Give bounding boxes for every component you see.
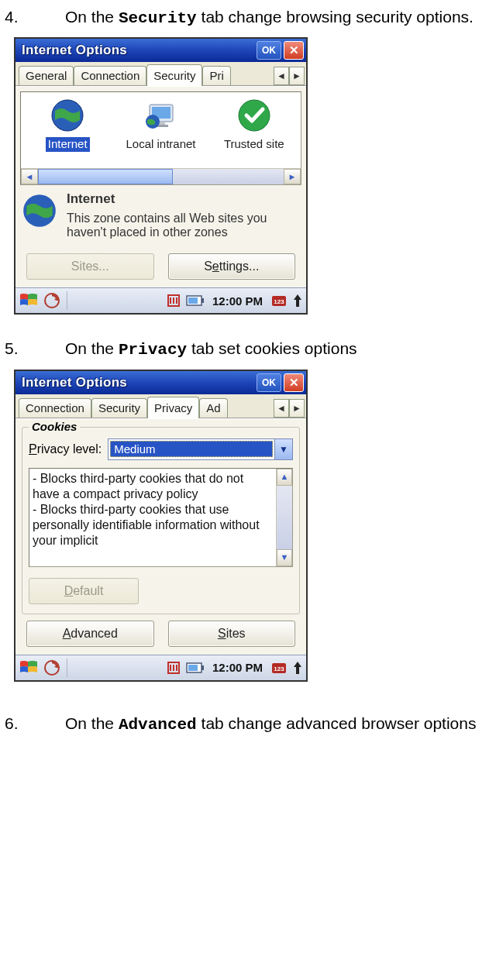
scroll-down-icon[interactable]: ▼ [277,549,292,566]
step-4-post: tab change browsing security options. [197,8,474,26]
tab-scroll-right[interactable]: ► [289,67,305,85]
svg-rect-27 [188,665,198,671]
start-flag-icon[interactable] [19,659,39,676]
arrow-up-icon[interactable] [292,660,303,676]
tab-security[interactable]: Security [91,398,147,418]
cookies-title: Cookies [29,420,80,433]
sites-button: Sites... [26,253,154,280]
privacy-description-box: - Blocks third-party cookies that do not… [29,468,293,567]
tab-strip: Connection Security Privacy Ad ◄ ► [16,394,306,418]
tab-privacy[interactable]: Privacy [147,397,199,418]
clock-text: 12:00 PM [212,294,263,308]
window-title: Internet Options [22,375,257,390]
sites-button[interactable]: Sites [168,621,296,647]
privacy-panel: Cookies Privacy level: Medium ▼ - Blocks… [16,418,306,655]
arrow-up-icon[interactable] [292,293,303,308]
zone-local-intranet[interactable]: Local intranet [118,97,203,152]
zone-trusted-label: Trusted site [222,137,287,152]
tab-connection[interactable]: Connection [19,398,91,418]
sites-u: S [218,627,226,641]
step-4-body: On the Security tab change browsing secu… [65,6,491,29]
step-4-num: 4. [5,6,65,28]
svg-text:123: 123 [274,298,284,305]
advanced-button[interactable]: Advanced [26,621,154,647]
scroll-left-icon[interactable]: ◄ [21,169,38,184]
scroll-track[interactable] [277,486,292,549]
zone-local-label: Local intranet [123,137,198,152]
sync-icon[interactable] [43,659,60,676]
keyboard-icon[interactable]: 123 [270,293,288,308]
settings-post: ttings... [219,260,260,273]
zone-internet[interactable]: Internet [25,97,110,152]
privacy-level-row: Privacy level: Medium ▼ [29,438,293,460]
scroll-thumb[interactable] [38,169,173,184]
default-button: Default [29,578,139,604]
ok-button[interactable]: OK [257,41,281,60]
battery-icon [186,295,205,306]
tab-privacy-cut[interactable]: Pri [202,66,230,85]
adv-u: A [63,627,71,641]
step-5-num: 5. [5,338,65,359]
settings-button[interactable]: Settings... [168,253,296,280]
start-flag-icon[interactable] [19,292,39,309]
label-u: P [29,442,37,456]
step-5-text: 5. On the Privacy tab set cookies option… [5,338,491,361]
step-5-pre: On the [65,339,119,357]
sites-post: ites [226,627,246,641]
security-buttons: Sites... Settings... [20,253,301,280]
step-6-text: 6. On the Advanced tab change advanced b… [5,713,491,736]
v-scrollbar[interactable]: ▲ ▼ [276,469,292,566]
zone-h-scrollbar[interactable]: ◄ ► [21,168,301,184]
svg-rect-17 [188,297,198,304]
signal-icon [166,293,181,308]
screenshot-security: Internet Options OK ✕ General Connection… [14,37,308,315]
zone-trusted-sites[interactable]: Trusted site [212,97,297,152]
titlebar: Internet Options OK ✕ [16,371,306,394]
scroll-right-icon[interactable]: ► [284,169,301,184]
check-circle-icon [236,97,273,134]
default-u: D [64,584,74,598]
label-post: rivacy level: [37,442,102,456]
tab-scroll-left[interactable]: ◄ [274,399,289,418]
tab-scroll-right[interactable]: ► [289,399,305,418]
settings-pre: S [204,260,212,273]
battery-icon [186,662,205,673]
privacy-level-value: Medium [110,441,273,457]
keyboard-icon[interactable]: 123 [270,660,288,676]
scroll-up-icon[interactable]: ▲ [277,469,292,486]
cookies-group: Cookies Privacy level: Medium ▼ - Blocks… [22,427,300,614]
scroll-track[interactable] [38,169,284,184]
close-button[interactable]: ✕ [284,41,304,60]
step-6-pre: On the [65,714,119,732]
step-5-post: tab set cookies options [187,339,356,357]
close-button[interactable]: ✕ [284,373,304,392]
step-5-body: On the Privacy tab set cookies options [65,338,491,361]
privacy-description-text: - Blocks third-party cookies that do not… [29,469,276,566]
zone-desc-text: This zone contains all Web sites you hav… [67,211,301,239]
privacy-level-combo[interactable]: Medium ▼ [108,438,293,460]
window-title: Internet Options [22,43,257,58]
svg-text:123: 123 [274,665,284,672]
tab-general[interactable]: General [19,66,74,85]
sync-icon[interactable] [43,292,60,309]
tab-scroll-left[interactable]: ◄ [274,67,289,85]
privacy-level-label: Privacy level: [29,442,102,456]
zone-description: Internet This zone contains all Web site… [20,191,301,239]
taskbar: 12:00 PM 123 [16,287,306,313]
default-post: efault [73,584,103,598]
step-5-bold: Privacy [119,341,187,359]
tab-advanced-cut[interactable]: Ad [199,398,227,418]
step-4-pre: On the [65,8,119,26]
security-panel: Internet Local intranet [16,86,306,287]
zone-title: Internet [67,191,301,207]
chevron-down-icon[interactable]: ▼ [274,439,292,459]
step-6-body: On the Advanced tab change advanced brow… [65,713,491,736]
globe-icon [20,191,59,230]
ok-button[interactable]: OK [257,373,281,392]
screenshot-privacy: Internet Options OK ✕ Connection Securit… [14,370,308,682]
taskbar-divider [67,291,67,310]
tab-connection[interactable]: Connection [74,66,146,85]
settings-u: e [212,260,219,273]
tab-security[interactable]: Security [146,64,202,86]
step-4-bold: Security [119,9,197,27]
